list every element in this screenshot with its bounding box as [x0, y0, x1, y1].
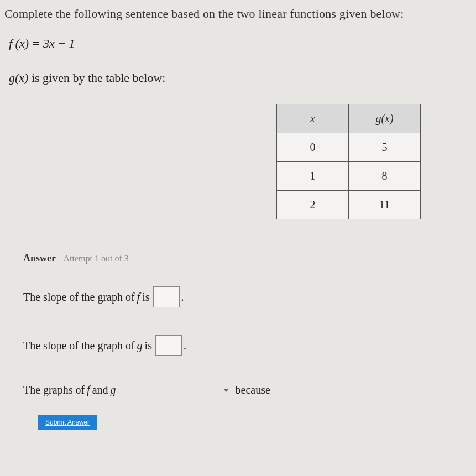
g-description-text: is given by the table below: — [28, 71, 165, 85]
slope-g-sentence: The slope of the graph of g is . — [23, 335, 476, 356]
table-header-x: x — [277, 104, 349, 133]
chevron-down-icon[interactable] — [223, 389, 229, 392]
slope-f-prefix: The slope of the graph of — [23, 291, 135, 304]
table-cell-gx: 5 — [349, 133, 421, 162]
question-prompt: Complete the following sentence based on… — [4, 7, 476, 21]
slope-g-prefix: The slope of the graph of — [23, 339, 135, 352]
table-row: 0 5 — [277, 133, 421, 162]
answer-header: Answer Attempt 1 out of 3 — [23, 253, 476, 264]
slope-g-function: g — [137, 339, 143, 352]
slope-f-period: . — [181, 291, 184, 304]
table-header-row: x g(x) — [277, 104, 421, 133]
graphs-f: f — [87, 384, 90, 396]
table-cell-x: 2 — [277, 191, 349, 219]
graphs-g: g — [111, 384, 116, 396]
g-function-label: g(x) — [9, 71, 28, 85]
slope-g-period: . — [184, 339, 186, 352]
slope-f-is: is — [142, 291, 149, 304]
graphs-because: because — [236, 384, 270, 396]
table-row: 1 8 — [277, 162, 421, 191]
table-header-gx: g(x) — [349, 104, 421, 133]
graphs-prefix: The graphs of — [23, 384, 85, 396]
slope-f-function: f — [137, 291, 140, 304]
table-cell-x: 1 — [277, 162, 349, 191]
table-cell-gx: 8 — [349, 162, 421, 191]
table-container: x g(x) 0 5 1 8 2 11 — [4, 104, 476, 219]
answer-label: Answer — [23, 253, 56, 264]
g-values-table: x g(x) 0 5 1 8 2 11 — [276, 104, 421, 219]
table-cell-x: 0 — [277, 133, 349, 162]
table-cell-gx: 11 — [349, 191, 421, 219]
slope-f-input[interactable] — [153, 286, 180, 307]
submit-answer-button[interactable]: Submit Answer — [38, 415, 97, 430]
graphs-sentence: The graphs of f and g because — [23, 384, 476, 396]
graphs-and: and — [92, 384, 108, 396]
g-description: g(x) is given by the table below: — [9, 71, 476, 85]
slope-g-input[interactable] — [155, 335, 182, 356]
attempt-counter: Attempt 1 out of 3 — [64, 254, 129, 263]
slope-g-is: is — [145, 339, 152, 352]
f-equation-text: f (x) = 3x − 1 — [9, 36, 75, 50]
f-equation: f (x) = 3x − 1 — [9, 36, 476, 51]
slope-f-sentence: The slope of the graph of f is . — [23, 286, 476, 307]
table-row: 2 11 — [277, 191, 421, 219]
